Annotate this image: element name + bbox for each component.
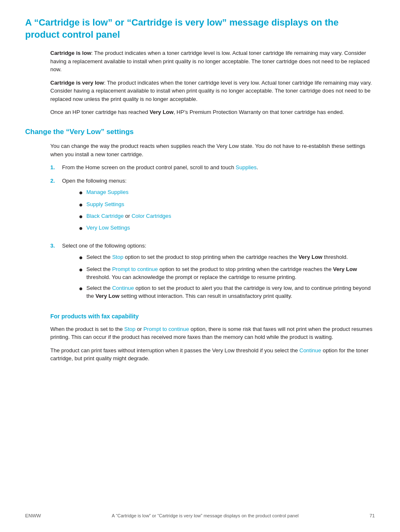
opt3-prefix: Select the <box>86 285 112 291</box>
warranty-prefix: Once an HP toner cartridge has reached <box>50 109 150 115</box>
opt2-prefix: Select the <box>86 266 112 272</box>
fax-subsection-title: For products with fax capability <box>50 312 375 321</box>
cartridge-very-low-bold: Cartridge is very low <box>50 80 104 86</box>
bullet-3: ● <box>79 212 86 221</box>
or-separator: or <box>124 213 132 219</box>
step-2-text: Open the following menus: <box>62 178 127 184</box>
opt1-suffix: option to set the product to stop printi… <box>123 254 299 260</box>
option-bullet-2: ● <box>79 265 86 274</box>
opt3-bold: Very Low <box>96 293 119 299</box>
opt3-suffix-post: setting without interaction. This can re… <box>119 293 292 299</box>
step-1: 1. From the Home screen on the product c… <box>50 163 375 172</box>
footer: ENWW A “Cartridge is low” or “Cartridge … <box>0 512 400 519</box>
step-2: 2. Open the following menus: ● Manage Su… <box>50 177 375 237</box>
fax-content: When the product is set to the Stop or P… <box>50 325 375 363</box>
option-bullet-3: ● <box>79 284 86 293</box>
step-1-num: 1. <box>50 163 59 172</box>
options-list: ● Select the Stop option to set the prod… <box>62 253 375 300</box>
warranty-bold: Very Low <box>150 109 174 115</box>
step-1-prefix: From the Home screen on the product cont… <box>62 164 236 170</box>
step-2-content: Open the following menus: ● Manage Suppl… <box>62 177 171 237</box>
supply-settings-link[interactable]: Supply Settings <box>86 201 124 207</box>
menu-item-2: ● Supply Settings <box>79 200 171 209</box>
bullet-1: ● <box>79 188 86 197</box>
very-low-settings-link[interactable]: Very Low Settings <box>86 225 130 231</box>
manage-supplies-link[interactable]: Manage Supplies <box>86 189 128 195</box>
fax-prompt-link[interactable]: Prompt to continue <box>143 326 189 332</box>
section-title: Change the “Very Low” settings <box>25 127 375 137</box>
option-continue-text: Select the Continue option to set the pr… <box>86 284 375 300</box>
option-prompt-text: Select the Prompt to continue option to … <box>86 265 375 281</box>
color-cartridges-link[interactable]: Color Cartridges <box>132 213 171 219</box>
supplies-link[interactable]: Supplies <box>236 164 257 170</box>
warranty-suffix: , HP’s Premium Protection Warranty on th… <box>174 109 344 115</box>
option-stop-text: Select the Stop option to set the produc… <box>86 253 375 261</box>
bullet-2: ● <box>79 200 86 209</box>
menu-1-text: Manage Supplies <box>86 188 171 196</box>
continue-link[interactable]: Continue <box>112 285 134 291</box>
steps-list: 1. From the Home screen on the product c… <box>25 163 375 303</box>
opt2-bold: Very Low <box>333 266 357 272</box>
fax-p1-mid: or <box>135 326 143 332</box>
black-cartridge-link[interactable]: Black Cartridge <box>86 213 124 219</box>
intro-block: Cartridge is low: The product indicates … <box>50 49 375 116</box>
footer-center: A “Cartridge is low” or “Cartridge is ve… <box>41 512 370 519</box>
menus-list: ● Manage Supplies ● Supply Settings ● Bl… <box>62 188 171 233</box>
fax-stop-link[interactable]: Stop <box>124 326 135 332</box>
cartridge-low-text: : The product indicates when a toner car… <box>50 50 369 72</box>
cartridge-low-bold: Cartridge is low <box>50 50 91 56</box>
bullet-4: ● <box>79 224 86 233</box>
footer-left: ENWW <box>25 512 41 519</box>
option-prompt: ● Select the Prompt to continue option t… <box>79 265 375 281</box>
menu-item-1: ● Manage Supplies <box>79 188 171 197</box>
fax-continue-link[interactable]: Continue <box>299 347 321 354</box>
menu-3-text: Black Cartridge or Color Cartridges <box>86 212 171 220</box>
option-bullet-1: ● <box>79 253 86 262</box>
menu-2-text: Supply Settings <box>86 200 171 209</box>
option-stop: ● Select the Stop option to set the prod… <box>79 253 375 262</box>
step-3-content: Select one of the following options: ● S… <box>62 242 375 304</box>
opt1-prefix: Select the <box>86 254 112 260</box>
opt1-end: threshold. <box>322 254 348 260</box>
menu-item-4: ● Very Low Settings <box>79 224 171 233</box>
menu-4-text: Very Low Settings <box>86 224 171 232</box>
section-intro-text: You can change the way the product react… <box>50 142 375 158</box>
footer-page-number: 71 <box>369 512 375 519</box>
opt1-bold: Very Low <box>299 254 322 260</box>
section-intro: You can change the way the product react… <box>50 142 375 158</box>
opt2-suffix-pre: option to set the product to stop printi… <box>158 266 333 272</box>
fax-para-2: The product can print faxes without inte… <box>50 346 375 363</box>
option-continue: ● Select the Continue option to set the … <box>79 284 375 300</box>
fax-p1-prefix: When the product is set to the <box>50 326 124 332</box>
step-3-text: Select one of the following options: <box>62 243 146 249</box>
step-3-num: 3. <box>50 242 59 250</box>
prompt-link[interactable]: Prompt to continue <box>112 266 158 272</box>
step-3: 3. Select one of the following options: … <box>50 242 375 304</box>
stop-link[interactable]: Stop <box>112 254 123 260</box>
page-title: A “Cartridge is low” or “Cartridge is ve… <box>25 17 375 41</box>
fax-p2-prefix: The product can print faxes without inte… <box>50 347 299 354</box>
step-2-num: 2. <box>50 177 59 185</box>
opt2-suffix-post: threshold. You can acknowledge the promp… <box>86 274 296 280</box>
menu-item-3: ● Black Cartridge or Color Cartridges <box>79 212 171 221</box>
fax-para-1: When the product is set to the Stop or P… <box>50 325 375 341</box>
warranty-para: Once an HP toner cartridge has reached V… <box>50 108 375 116</box>
cartridge-low-para: Cartridge is low: The product indicates … <box>50 49 375 74</box>
step-1-suffix: . <box>257 164 258 170</box>
cartridge-very-low-para: Cartridge is very low: The product indic… <box>50 79 375 103</box>
step-1-text: From the Home screen on the product cont… <box>62 163 258 172</box>
